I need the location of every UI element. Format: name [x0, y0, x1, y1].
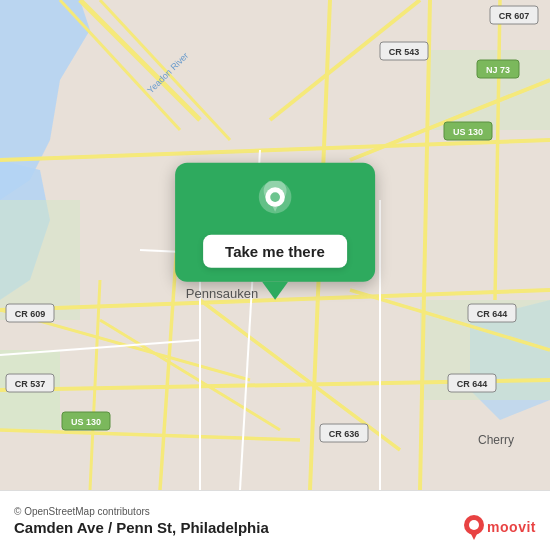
- svg-text:CR 537: CR 537: [15, 379, 46, 389]
- svg-point-55: [469, 520, 479, 530]
- svg-text:CR 607: CR 607: [499, 11, 530, 21]
- svg-text:CR 644: CR 644: [457, 379, 488, 389]
- svg-rect-2: [0, 200, 80, 320]
- svg-text:CR 636: CR 636: [329, 429, 360, 439]
- moovit-pin-icon: [463, 514, 485, 540]
- popup-stem: [262, 282, 288, 300]
- popup-box: Take me there: [175, 163, 375, 282]
- svg-text:US 130: US 130: [71, 417, 101, 427]
- moovit-logo: moovit: [463, 514, 536, 540]
- svg-text:NJ 73: NJ 73: [486, 65, 510, 75]
- svg-text:Cherry: Cherry: [478, 433, 514, 447]
- svg-text:CR 644: CR 644: [477, 309, 508, 319]
- moovit-logo-text: moovit: [487, 519, 536, 535]
- svg-text:US 130: US 130: [453, 127, 483, 137]
- svg-text:CR 609: CR 609: [15, 309, 46, 319]
- svg-marker-56: [470, 532, 478, 540]
- svg-text:CR 543: CR 543: [389, 47, 420, 57]
- location-text: Camden Ave / Penn St, Philadelphia: [14, 519, 536, 536]
- copyright-text: © OpenStreetMap contributors: [14, 506, 536, 517]
- popup-overlay: Take me there: [175, 163, 375, 300]
- take-me-there-button[interactable]: Take me there: [203, 235, 347, 268]
- location-pin-icon: [253, 181, 297, 225]
- bottom-bar: © OpenStreetMap contributors Camden Ave …: [0, 490, 550, 550]
- map-container: CR 607 NJ 73 CR 543 US 130 CR 644 CR 644…: [0, 0, 550, 490]
